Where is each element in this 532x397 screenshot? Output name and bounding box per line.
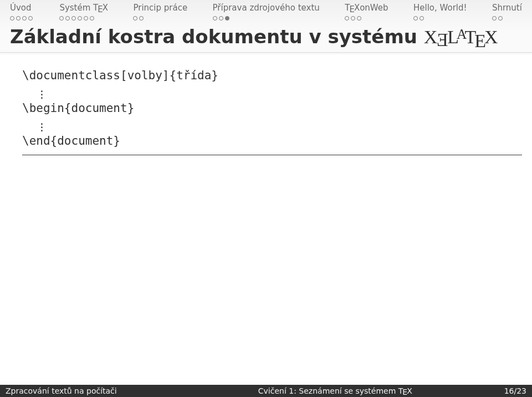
nav-dots — [213, 16, 231, 22]
code-line-documentclass: \documentclass[volby]{třída} — [22, 68, 522, 84]
footer-page-number[interactable]: 16 / 23 — [504, 385, 532, 397]
slide-title: Základní kostra dokumentu v systému XELA… — [10, 26, 498, 48]
nav-label: Příprava zdrojového textu — [213, 3, 320, 13]
nav-label: Princip práce — [133, 3, 187, 13]
nav-item-texonweb[interactable]: TEXonWeb — [345, 3, 388, 23]
nav-dots — [492, 16, 504, 22]
nav-item-system-tex[interactable]: Systém TEX — [59, 3, 108, 23]
nav-dots — [345, 16, 363, 22]
nav-label: Hello, World! — [413, 3, 467, 13]
nav-dots — [59, 16, 96, 22]
title-text: Základní kostra dokumentu v systému — [10, 26, 424, 48]
footer-left[interactable]: Zpracování textů na počítači — [0, 385, 166, 397]
footer-center[interactable]: Cvičení 1: Seznámení se systémem TEX — [166, 385, 504, 397]
nav-dots — [133, 16, 145, 22]
xelatex-logo: XELATEX — [424, 27, 498, 48]
code-line-begin: \begin{document} — [22, 100, 522, 116]
nav-label: Systém TEX — [59, 3, 108, 13]
nav-label: Úvod — [10, 3, 34, 13]
vdots-icon: ... — [22, 84, 522, 100]
page-total: 23 — [516, 386, 526, 395]
nav-item-shrnuti[interactable]: Shrnutí — [492, 3, 522, 23]
slide: Úvod Systém TEX Princip práce Příprava z… — [0, 0, 532, 397]
nav-dots — [413, 16, 426, 22]
section-nav: Úvod Systém TEX Princip práce Příprava z… — [0, 3, 532, 23]
nav-label: Shrnutí — [492, 3, 522, 13]
nav-item-hello-world[interactable]: Hello, World! — [413, 3, 467, 23]
nav-dots — [10, 16, 34, 22]
page-current: 16 — [504, 386, 514, 395]
footer-center-text: Cvičení 1: Seznámení se systémem TEX — [258, 386, 412, 395]
code-line-end: \end{document} — [22, 133, 522, 149]
nav-item-uvod[interactable]: Úvod — [10, 3, 34, 23]
code-block: \documentclass[volby]{třída} ... \begin{… — [22, 68, 522, 155]
nav-item-princip[interactable]: Princip práce — [133, 3, 187, 23]
vdots-icon: ... — [22, 116, 522, 133]
nav-label: TEXonWeb — [345, 3, 388, 13]
nav-item-priprava[interactable]: Příprava zdrojového textu — [213, 3, 320, 23]
footer: Zpracování textů na počítači Cvičení 1: … — [0, 385, 532, 397]
footer-left-text: Zpracování textů na počítači — [6, 386, 117, 395]
